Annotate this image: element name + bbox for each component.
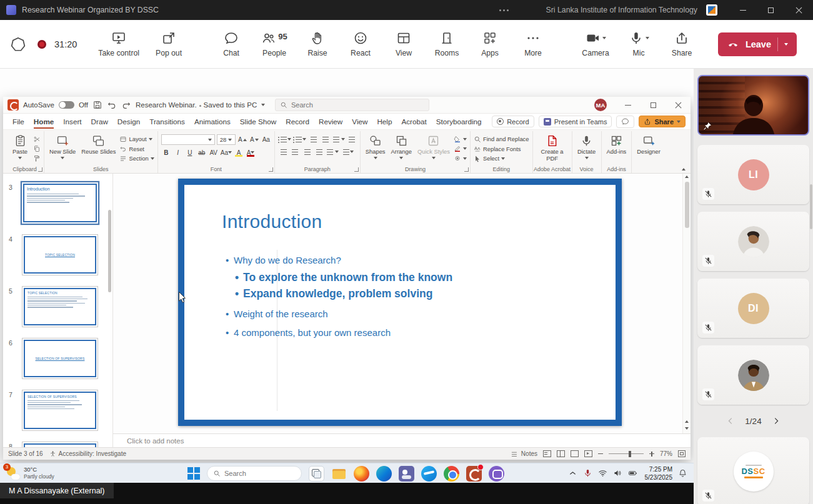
participant-video[interactable] [697,75,809,136]
wifi-icon[interactable] [598,468,607,478]
slide-scrollbar[interactable] [682,174,691,433]
tab-record[interactable]: Record [281,115,314,128]
minimize-button[interactable] [729,0,757,20]
decrease-font-icon[interactable]: A [249,135,259,145]
slide-sorter-view-button[interactable] [557,450,565,457]
maximize-button[interactable] [757,0,785,20]
section-button[interactable]: Section [119,154,154,163]
slide-bullet[interactable]: 4 components, but your own research [226,327,452,338]
tab-animations[interactable]: Animations [190,115,235,128]
shape-outline-button[interactable] [454,144,467,154]
align-center-button[interactable] [290,147,300,157]
mic-button[interactable]: Mic [625,31,652,57]
slide-thumbnail-8[interactable] [22,442,98,447]
strikethrough-button[interactable]: ab [197,147,207,157]
ppt-search-input[interactable] [291,101,404,109]
bold-button[interactable]: B [161,147,171,157]
highlight-color-button[interactable]: A [234,147,244,157]
ppt-minimize-button[interactable] [616,97,641,114]
slide-bullet[interactable]: Expand knowledge, problem solving [235,287,452,300]
italic-button[interactable]: I [173,147,183,157]
taskbar-clock[interactable]: 7:25 PM 5/23/2025 [645,465,673,482]
mic-in-use-icon[interactable] [583,468,592,478]
leave-dropdown-icon[interactable] [784,43,788,46]
participant-tile[interactable]: LI [697,145,809,204]
ppt-close-button[interactable] [666,97,691,114]
select-button[interactable]: Select [474,154,529,163]
tab-file[interactable]: File [8,115,29,128]
zoom-out-icon[interactable] [598,453,603,455]
slide-bullet[interactable]: Why do we do Research? [226,255,452,265]
tab-acrobat[interactable]: Acrobat [397,115,431,128]
fit-to-window-icon[interactable] [678,450,686,457]
new-slide-button[interactable]: New Slide [47,133,77,164]
apps-button[interactable]: Apps [476,31,504,57]
replace-fonts-button[interactable]: Replace Fonts [474,144,529,154]
align-right-button[interactable] [302,147,312,157]
slideshow-button[interactable] [584,450,592,457]
quick-styles-button[interactable]: Quick Styles [416,133,452,164]
reading-view-button[interactable] [571,450,579,457]
title-dropdown-icon[interactable] [261,104,265,106]
slide-thumbnail-6[interactable]: SELECTION OF SUPERVISORS [22,338,98,379]
numbering-button[interactable] [293,134,306,144]
designer-button[interactable]: Designer [635,133,662,164]
ppt-search-box[interactable] [275,99,429,111]
drawing-dialog-launcher[interactable] [464,167,469,172]
tab-home[interactable]: Home [29,115,58,128]
slide-thumbnail-5[interactable]: TOPIC SELECTION [22,286,98,327]
zoom-level[interactable]: 77% [660,450,672,457]
text-direction-button[interactable] [347,134,357,144]
account-avatar[interactable]: MA [594,99,607,111]
zoom-in-icon[interactable] [649,452,654,457]
pin-icon[interactable] [702,121,712,131]
close-button[interactable] [785,0,813,20]
increase-indent-button[interactable] [320,134,330,144]
shapes-button[interactable]: Shapes [364,133,387,164]
paragraph-dialog-launcher[interactable] [354,167,359,172]
tab-view[interactable]: View [347,115,372,128]
next-page-icon[interactable] [772,417,781,425]
tab-transitions[interactable]: Transitions [145,115,189,128]
react-button[interactable]: React [347,31,374,57]
record-button[interactable]: Record [492,116,534,127]
line-spacing-button[interactable] [332,134,345,144]
document-title[interactable]: Research Webinar.Saved to this PC [136,101,257,109]
slide-thumbnail-3[interactable]: Introduction [22,182,98,224]
tab-design[interactable]: Design [113,115,144,128]
participant-tile[interactable] [697,345,809,405]
ppt-restore-button[interactable] [641,97,666,114]
panel-scrollbar[interactable] [810,184,812,229]
zoom-slider[interactable] [609,453,644,455]
normal-view-button[interactable] [543,450,551,457]
mic-dropdown-icon[interactable] [646,37,649,39]
chat-button[interactable]: Chat [217,31,245,57]
rooms-button[interactable]: Rooms [433,31,461,57]
next-slide-icon[interactable] [685,427,689,430]
dictate-button[interactable]: Dictate [576,133,598,164]
align-left-button[interactable] [278,147,288,157]
viber-icon[interactable] [489,466,504,482]
tab-draw[interactable]: Draw [87,115,112,128]
tab-review[interactable]: Review [314,115,347,128]
autosave-toggle[interactable] [59,101,74,109]
redo-icon[interactable] [121,100,131,110]
participant-tile[interactable] [697,212,809,271]
increase-font-icon[interactable]: A [237,135,247,145]
paste-button[interactable]: Paste [9,133,31,164]
volume-icon[interactable] [613,468,622,478]
file-explorer-icon[interactable] [331,466,347,482]
participant-tile-dssc[interactable]: DSSC [697,437,809,504]
comments-button[interactable] [616,116,634,128]
tab-storyboarding[interactable]: Storyboarding [432,115,486,128]
more-options-icon[interactable] [499,9,509,11]
shape-effects-button[interactable] [454,154,467,163]
slide-body-text[interactable]: Why do we do Research? To explore the un… [226,255,452,343]
justify-button[interactable] [314,147,324,157]
tab-help[interactable]: Help [372,115,396,128]
teams-taskbar-icon[interactable] [399,466,414,482]
change-case-button[interactable]: Aa [221,147,232,157]
leave-button[interactable]: Leave [718,32,797,56]
accessibility-status[interactable]: Accessibility: Investigate [49,450,126,457]
clipboard-dialog-launcher[interactable] [38,167,42,172]
